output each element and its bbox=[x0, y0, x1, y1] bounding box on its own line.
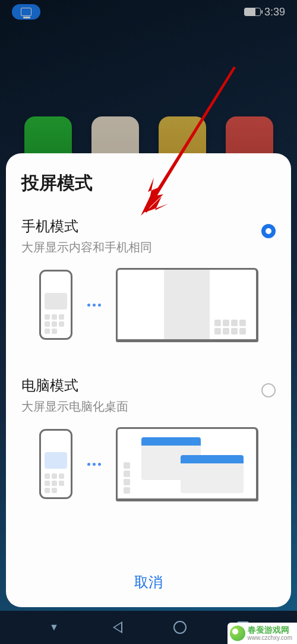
watermark-en: www.czchxy.com bbox=[248, 634, 292, 642]
watermark-cn: 春蚕游戏网 bbox=[248, 625, 292, 635]
radio-selected-icon[interactable] bbox=[261, 224, 276, 238]
projection-mode-sheet: 投屏模式 手机模式 大屏显示内容和手机相同 电脑模式 bbox=[6, 153, 291, 607]
tv-outline-icon bbox=[116, 427, 258, 501]
radio-unselected-icon[interactable] bbox=[261, 383, 276, 397]
nav-back-button[interactable] bbox=[108, 618, 126, 636]
separator bbox=[21, 366, 276, 367]
dots-icon bbox=[87, 304, 101, 307]
cancel-button[interactable]: 取消 bbox=[21, 560, 276, 607]
option-pc-mode[interactable]: 电脑模式 大屏显示电脑化桌面 bbox=[21, 376, 276, 520]
phone-outline-icon bbox=[39, 429, 72, 499]
option-subtitle: 大屏显示内容和手机相同 bbox=[21, 239, 152, 255]
tv-outline-icon bbox=[116, 268, 258, 342]
option-phone-mode[interactable]: 手机模式 大屏显示内容和手机相同 bbox=[21, 217, 276, 361]
watermark: 春蚕游戏网 www.czchxy.com bbox=[228, 623, 297, 644]
phone-outline-icon bbox=[39, 270, 72, 340]
pc-mode-illustration bbox=[21, 425, 276, 503]
phone-mode-illustration bbox=[21, 266, 276, 343]
dots-icon bbox=[87, 463, 101, 466]
watermark-logo-icon bbox=[230, 626, 245, 641]
nav-dropdown-icon[interactable]: ▼ bbox=[45, 618, 63, 636]
nav-home-button[interactable] bbox=[171, 618, 189, 636]
option-title: 电脑模式 bbox=[21, 376, 128, 395]
option-subtitle: 大屏显示电脑化桌面 bbox=[21, 399, 128, 415]
option-title: 手机模式 bbox=[21, 217, 152, 236]
sheet-title: 投屏模式 bbox=[21, 171, 276, 195]
